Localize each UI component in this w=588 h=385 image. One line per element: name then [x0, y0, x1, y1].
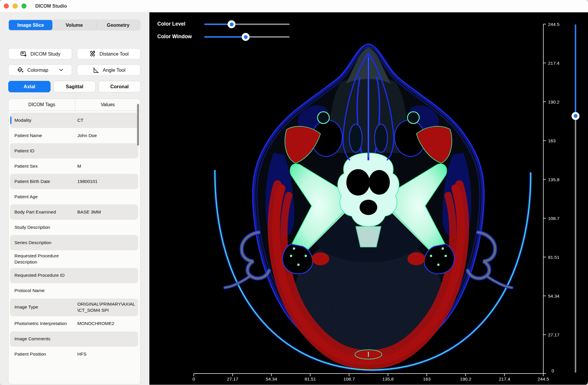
bottom-axis-tick-label: 27.17: [227, 376, 238, 381]
view-button-axial[interactable]: Axial: [8, 81, 51, 92]
tag-cell: Requested Procedure Description: [14, 253, 73, 265]
bottom-axis-tick-label: 135.8: [382, 376, 394, 381]
tag-cell: Patient Name: [14, 133, 73, 139]
value-cell: ORIGINAL\PRIMARY\AXIAL\CT_SOM4 SPI: [77, 301, 135, 314]
app-window: DICOM Studio Image SliceVolumeGeometry D…: [0, 0, 588, 385]
distance-tool-label: Distance Tool: [100, 51, 129, 57]
minimize-window-button[interactable]: [13, 4, 18, 9]
axis-lines: [194, 24, 543, 374]
table-header: DICOM Tags Values: [9, 99, 140, 111]
bottom-axis-tick-label: 108.7: [343, 376, 355, 381]
column-header-values[interactable]: Values: [75, 102, 140, 107]
tag-cell: Patient Sex: [14, 163, 73, 169]
table-scrollbar[interactable]: [137, 104, 139, 146]
table-row-modality[interactable]: ModalityCT: [10, 113, 138, 128]
table-row-patient-sex[interactable]: Patient SexM: [10, 159, 138, 174]
table-row-requested-procedure-description[interactable]: Requested Procedure Description: [10, 250, 138, 268]
tag-cell: Study Description: [14, 224, 73, 231]
angle-icon: [92, 66, 99, 74]
distance-ruler-icon: [89, 50, 96, 57]
traffic-lights: [4, 4, 26, 9]
table-row-image-comments[interactable]: Image Comments: [10, 331, 138, 347]
tag-cell: Series Description: [14, 240, 73, 246]
value-cell: BASE 3MM: [77, 209, 135, 215]
table-row-photometric-interpretation[interactable]: Photometric InterpretationMONOCHROME2: [10, 316, 138, 331]
selected-row-accent: [10, 116, 11, 124]
window-title: DICOM Studio: [35, 4, 67, 9]
color-level-label: Color Level: [157, 21, 185, 27]
value-cell: John Doe: [77, 133, 135, 139]
table-row-image-type[interactable]: Image TypeORIGINAL\PRIMARY\AXIAL\CT_SOM4…: [10, 299, 138, 316]
tag-cell: Protocol Name: [14, 288, 73, 294]
value-cell: M: [77, 163, 135, 169]
column-header-tags[interactable]: DICOM Tags: [9, 99, 75, 111]
tag-cell: Image Comments: [14, 336, 73, 342]
table-row-patient-position[interactable]: Patient PositionHFS: [10, 347, 138, 362]
add-study-icon: [20, 50, 27, 57]
colormap-label: Colormap: [27, 67, 49, 73]
tag-cell: Modality: [14, 117, 73, 124]
right-axis-tick-label: 108.7: [548, 216, 559, 221]
view-button-sagittal[interactable]: Sagittal: [54, 81, 96, 92]
distance-tool-button[interactable]: Distance Tool: [77, 48, 141, 59]
value-cell: CT: [77, 117, 135, 124]
table-body: ModalityCTPatient NameJohn DoePatient ID…: [9, 111, 140, 362]
dicom-tag-table: DICOM Tags Values ModalityCTPatient Name…: [8, 99, 141, 384]
tag-cell: Patient Birth Date: [14, 179, 73, 185]
bottom-axis-tick-label: 54.34: [266, 376, 277, 381]
slice-slider-handle[interactable]: [572, 112, 579, 120]
table-row-requested-procedure-id[interactable]: Requested Procedure ID: [10, 268, 138, 283]
table-row-body-part-examined[interactable]: Body Part ExaminedBASE 3MM: [10, 204, 138, 220]
view-button-coronal[interactable]: Coronal: [98, 81, 141, 92]
color-level-slider[interactable]: [204, 24, 290, 25]
table-row-series-description[interactable]: Series Description: [10, 235, 138, 250]
right-axis-tick-label: 244.5: [548, 22, 559, 27]
value-cell: HFS: [77, 351, 135, 357]
angle-tool-label: Angle Tool: [103, 67, 126, 73]
color-window-slider-handle[interactable]: [242, 33, 250, 41]
table-row-study-description[interactable]: Study Description: [10, 220, 138, 235]
right-axis-tick-label: 190.2: [548, 99, 559, 104]
colormap-button[interactable]: Colormap: [8, 64, 72, 76]
bottom-axis-tick-label: 0: [193, 376, 195, 381]
tag-cell: Image Type: [14, 304, 73, 310]
table-row-patient-id[interactable]: Patient ID: [10, 143, 138, 159]
chevron-down-icon: [59, 68, 64, 72]
color-window-slider[interactable]: [204, 36, 290, 38]
zoom-window-button[interactable]: [21, 4, 26, 9]
intensity-axes: 027.1754.3481.51108.7135.8163190.2217.42…: [149, 12, 588, 385]
render-viewport[interactable]: 027.1754.3481.51108.7135.8163190.2217.42…: [149, 12, 588, 385]
right-axis-tick-label: 27.17: [548, 332, 559, 337]
bottom-axis-tick-label: 244.5: [538, 376, 549, 381]
tab-geometry[interactable]: Geometry: [96, 20, 140, 30]
angle-tool-button[interactable]: Angle Tool: [77, 64, 141, 76]
tag-cell: Patient Age: [14, 194, 73, 200]
bottom-axis-tick-label: 81.51: [305, 376, 316, 381]
slice-slider[interactable]: [575, 24, 576, 373]
tab-volume[interactable]: Volume: [52, 20, 96, 30]
close-window-button[interactable]: [4, 4, 9, 9]
value-cell: 19800101: [77, 179, 135, 185]
tab-image-slice[interactable]: Image Slice: [9, 20, 52, 30]
dicom-study-label: DICOM Study: [31, 51, 61, 57]
right-axis-tick-label: 81.51: [548, 255, 559, 260]
bottom-axis-tick-label: 190.2: [460, 376, 471, 381]
tag-cell: Body Part Examined: [14, 209, 73, 215]
table-row-patient-age[interactable]: Patient Age: [10, 189, 138, 204]
table-row-protocol-name[interactable]: Protocol Name: [10, 283, 138, 299]
table-row-patient-name[interactable]: Patient NameJohn Doe: [10, 128, 138, 143]
right-axis-tick-label: 217.4: [548, 61, 559, 66]
tag-cell: Photometric Interpretation: [14, 321, 73, 327]
tag-cell: Patient Position: [14, 351, 73, 357]
table-row-patient-birth-date[interactable]: Patient Birth Date19800101: [10, 174, 138, 189]
bottom-axis-tick-label: 163: [423, 376, 431, 381]
dicom-study-button[interactable]: DICOM Study: [8, 48, 72, 59]
value-cell: MONOCHROME2: [77, 321, 135, 327]
title-bar: DICOM Studio: [0, 0, 588, 12]
right-axis-tick-label: 135.8: [548, 177, 559, 182]
color-window-label: Color Window: [157, 34, 192, 40]
paint-bucket-icon: [17, 66, 24, 74]
right-axis-tick-label: 163: [548, 138, 556, 143]
right-axis-tick-label: 0: [552, 368, 554, 373]
tag-cell: Requested Procedure ID: [14, 272, 73, 279]
